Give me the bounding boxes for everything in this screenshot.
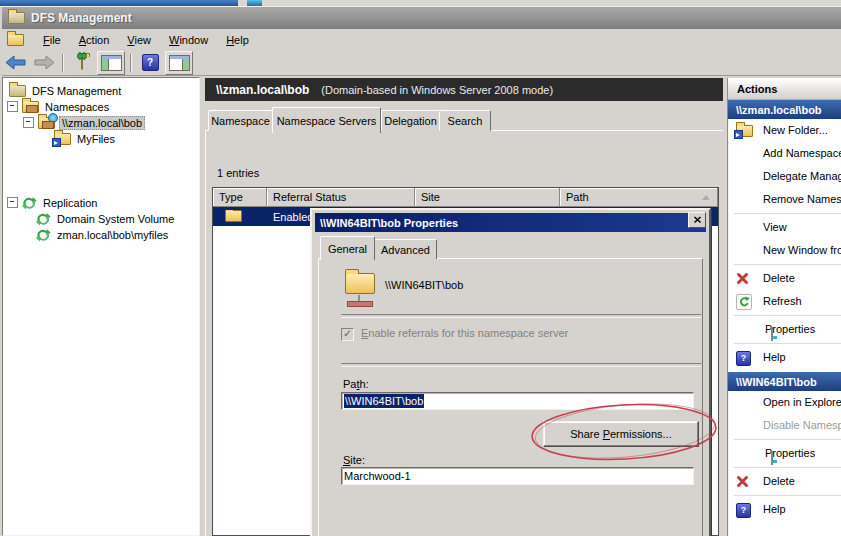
help-icon: ? [736, 503, 751, 518]
console-window-icon [7, 34, 24, 46]
delete-icon [736, 272, 749, 285]
toolbar: ? [2, 50, 841, 76]
action-remove-namespace[interactable]: Remove Namespa [728, 188, 841, 211]
site-label: Site: [343, 454, 365, 466]
back-arrow-icon [5, 55, 27, 70]
forward-button[interactable] [31, 52, 57, 74]
help-icon: ? [736, 351, 751, 366]
path-value-selected: \\WIN64BIT\bob [344, 394, 424, 408]
help-icon: ? [142, 54, 159, 71]
tree-item-label[interactable]: MyFiles [75, 133, 117, 145]
dfs-folder-icon [54, 133, 71, 145]
action-properties[interactable]: Properties [728, 318, 841, 341]
dialog-tab-general[interactable]: General [320, 236, 375, 260]
screen: { "window": { "title": "DFS Management" … [0, 0, 841, 536]
forward-arrow-icon [33, 55, 55, 70]
namespace-mode-subtitle: (Domain-based in Windows Server 2008 mod… [321, 84, 553, 96]
divider [341, 363, 701, 367]
enable-referrals-checkbox[interactable]: ✓ [341, 328, 354, 341]
menu-help[interactable]: Help [217, 32, 258, 48]
action-help[interactable]: ? Help [728, 346, 841, 369]
export-list-button[interactable] [69, 52, 95, 74]
tree-item-myfiles[interactable]: MyFiles [54, 131, 117, 146]
result-pane-header: \\zman.local\bob (Domain-based in Window… [205, 78, 723, 101]
tab-search[interactable]: Search [439, 110, 491, 131]
tree-item-dfs-management[interactable]: DFS Management [9, 83, 123, 98]
namespace-title: \\zman.local\bob [216, 83, 309, 97]
shared-folder-icon [225, 210, 242, 222]
collapse-toggle[interactable] [7, 101, 18, 112]
tree-item-zman-local-bob[interactable]: \\zman.local\bob [23, 115, 145, 130]
action-delegate-management[interactable]: Delegate Manage [728, 165, 841, 188]
window-title: DFS Management [31, 11, 132, 25]
collapse-toggle[interactable] [23, 117, 34, 128]
action-new-folder[interactable]: New Folder... [728, 119, 841, 142]
background-icon-fragment [247, 0, 262, 6]
tree-item-label[interactable]: \\zman.local\bob [59, 116, 145, 130]
tree-item-zman-local-bob-myfiles[interactable]: zman.local\bob\myfiles [36, 227, 170, 242]
column-header-site[interactable]: Site [415, 188, 560, 207]
action-properties-server[interactable]: Properties [728, 442, 841, 465]
actions-group-win64bit-bob[interactable]: \\WIN64BIT\bob [728, 372, 841, 391]
path-field[interactable]: \\WIN64BIT\bob [341, 392, 694, 410]
window-titlebar[interactable]: DFS Management [2, 7, 841, 29]
share-permissions-button[interactable]: Share Permissions... [543, 421, 699, 447]
action-pane-icon [169, 55, 190, 71]
menu-view[interactable]: View [118, 32, 160, 48]
domain-namespace-icon [38, 117, 55, 129]
dialog-title: \\WIN64BIT\bob Properties [320, 217, 458, 229]
action-delete-server[interactable]: Delete [728, 470, 841, 493]
action-open-in-explorer[interactable]: Open in Explorer [728, 391, 841, 414]
tree-item-label[interactable]: Domain System Volume [55, 213, 176, 225]
namespaces-icon [22, 101, 39, 113]
app-icon [8, 12, 25, 24]
dialog-close-button[interactable] [688, 212, 706, 228]
action-new-window[interactable]: New Window fro [728, 239, 841, 262]
replication-icon [22, 196, 37, 210]
actions-separator [734, 213, 841, 214]
tab-namespace-servers[interactable]: Namespace Servers [272, 107, 381, 133]
menu-window[interactable]: Window [160, 32, 217, 48]
close-icon [693, 216, 702, 224]
site-field[interactable]: Marchwood-1 [341, 467, 694, 485]
tree-item-domain-system-volume[interactable]: Domain System Volume [36, 211, 176, 226]
show-hide-console-tree-button[interactable] [97, 51, 125, 75]
column-header-referral-status[interactable]: Referral Status [267, 188, 415, 207]
toolbar-separator [62, 54, 64, 72]
dialog-titlebar[interactable]: \\WIN64BIT\bob Properties [315, 213, 706, 232]
back-button[interactable] [3, 52, 29, 74]
console-root-folder-icon [9, 85, 26, 97]
actions-pane: Actions \\zman.local\bob New Folder... A… [727, 78, 841, 536]
actions-pane-title: Actions [728, 78, 841, 100]
replication-group-icon [36, 228, 51, 242]
tree-item-label[interactable]: Namespaces [43, 101, 111, 113]
help-button[interactable]: ? [137, 52, 163, 74]
action-help-server[interactable]: ? Help [728, 498, 841, 521]
action-add-namespace-server[interactable]: Add Namespace S [728, 142, 841, 165]
tree-item-label[interactable]: Replication [41, 197, 99, 209]
action-refresh[interactable]: Refresh [728, 290, 841, 313]
menu-action[interactable]: Action [70, 32, 119, 48]
action-view[interactable]: View [728, 216, 841, 239]
tree-item-label[interactable]: DFS Management [30, 85, 123, 97]
collapse-toggle[interactable] [7, 197, 18, 208]
menu-bar: File Action View Window Help [2, 29, 841, 51]
tab-delegation[interactable]: Delegation [381, 110, 440, 131]
action-delete[interactable]: Delete [728, 267, 841, 290]
tree-item-namespaces[interactable]: Namespaces [7, 99, 111, 114]
delete-icon [736, 475, 749, 488]
column-header-path[interactable]: Path [560, 188, 718, 207]
column-header-type[interactable]: Type [213, 188, 267, 207]
dialog-tab-advanced[interactable]: Advanced [374, 239, 437, 259]
refresh-icon [736, 294, 752, 310]
actions-separator [734, 467, 841, 468]
tree-item-label[interactable]: zman.local\bob\myfiles [55, 229, 170, 241]
show-hide-action-pane-button[interactable] [165, 51, 193, 75]
console-tree-panel: DFS Management Namespaces \\zman.local\b… [2, 77, 200, 536]
actions-group-zman-local-bob[interactable]: \\zman.local\bob [728, 100, 841, 119]
menu-file[interactable]: File [34, 32, 70, 48]
properties-icon [771, 327, 773, 341]
dialog-tab-page: \\WIN64BIT\bob ✓ Enable referrals for th… [318, 258, 703, 536]
tab-namespace[interactable]: Namespace [208, 110, 273, 131]
tree-item-replication[interactable]: Replication [7, 195, 99, 210]
